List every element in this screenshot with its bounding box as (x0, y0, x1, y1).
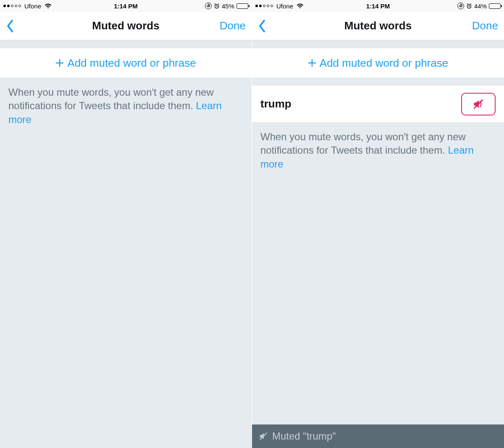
battery-pct-label: 44% (474, 3, 487, 10)
status-time: 1:14 PM (114, 3, 138, 10)
wifi-icon (45, 3, 52, 9)
toast-text: Muted "trump" (272, 430, 336, 442)
status-bar: Ufone 1:14 PM 45% (0, 0, 252, 12)
nav-bar: Muted words Done (0, 12, 252, 40)
svg-rect-0 (208, 5, 209, 6)
plus-icon (308, 59, 316, 67)
rotation-lock-icon (205, 3, 212, 9)
wifi-icon (297, 3, 304, 9)
add-muted-word-button[interactable]: Add muted word or phrase (252, 48, 504, 78)
info-block: When you mute words, you won't get any n… (252, 123, 504, 178)
add-muted-word-label: Add muted word or phrase (67, 57, 196, 70)
screen-with-muted-word: Ufone 1:14 PM 44% Muted words (252, 0, 504, 448)
status-left: Ufone (255, 3, 304, 10)
status-right: 45% (205, 3, 248, 10)
carrier-label: Ufone (24, 3, 41, 10)
muted-word-text: trump (260, 97, 291, 110)
carrier-label: Ufone (276, 3, 293, 10)
speaker-muted-icon (259, 432, 268, 441)
battery-icon (236, 3, 248, 9)
done-button[interactable]: Done (472, 19, 498, 32)
back-button[interactable] (258, 19, 266, 33)
nav-title: Muted words (92, 19, 159, 32)
add-muted-word-label: Add muted word or phrase (320, 57, 448, 70)
alarm-icon (214, 3, 220, 9)
add-muted-word-button[interactable]: Add muted word or phrase (0, 48, 252, 78)
screen-empty-state: Ufone 1:14 PM 45% Muted words (0, 0, 252, 448)
section-gap (252, 40, 504, 48)
svg-rect-2 (460, 5, 461, 6)
speaker-muted-icon (472, 98, 484, 110)
signal-dots (3, 5, 21, 7)
signal-dots (255, 5, 273, 7)
info-text: When you mute words, you won't get any n… (8, 86, 214, 111)
info-block: When you mute words, you won't get any n… (0, 78, 252, 134)
status-bar: Ufone 1:14 PM 44% (252, 0, 504, 12)
back-button[interactable] (6, 19, 14, 33)
status-right: 44% (457, 3, 501, 10)
status-time: 1:14 PM (366, 3, 390, 10)
battery-pct-label: 45% (222, 3, 234, 10)
alarm-icon (466, 3, 472, 9)
unmute-button[interactable] (461, 93, 496, 115)
rotation-lock-icon (457, 3, 464, 9)
nav-title: Muted words (344, 19, 412, 32)
status-left: Ufone (3, 3, 52, 10)
toast: Muted "trump" (252, 424, 504, 448)
plus-icon (55, 59, 64, 67)
info-text: When you mute words, you won't get any n… (260, 131, 466, 156)
nav-bar: Muted words Done (252, 12, 504, 40)
section-gap (0, 40, 252, 48)
done-button[interactable]: Done (220, 19, 246, 32)
section-gap (252, 78, 504, 86)
battery-icon (489, 3, 501, 9)
muted-word-row[interactable]: trump (252, 86, 504, 123)
